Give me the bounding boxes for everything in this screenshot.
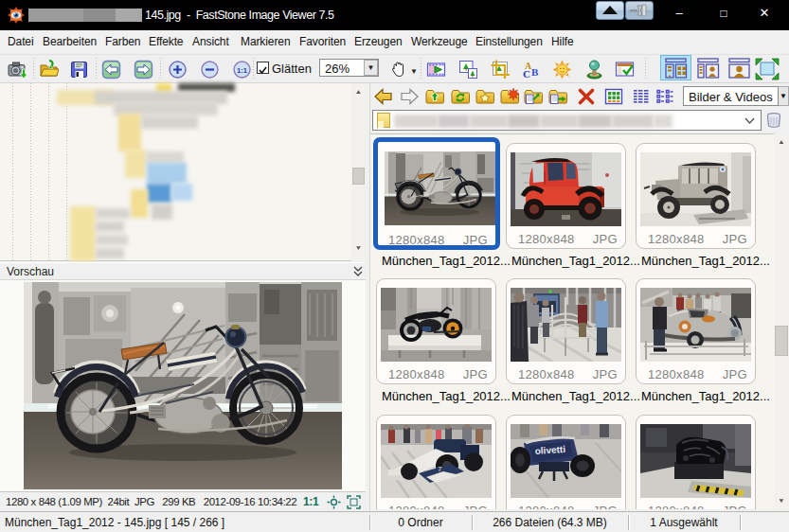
svg-text:B: B bbox=[531, 66, 539, 78]
svg-text:7: 7 bbox=[438, 465, 442, 473]
svg-text:1:1: 1:1 bbox=[237, 66, 247, 75]
svg-text:C: C bbox=[523, 68, 530, 80]
svg-text:olivetti: olivetti bbox=[534, 444, 565, 456]
